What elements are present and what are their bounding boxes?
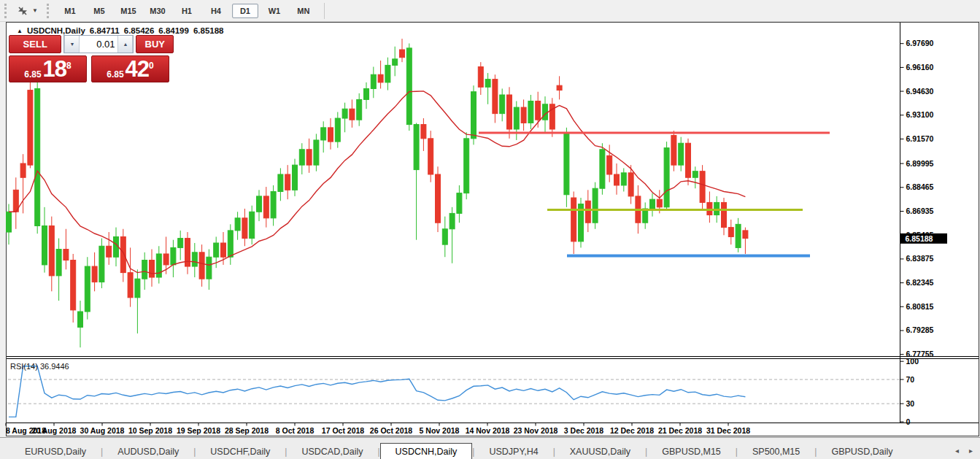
svg-text:6.96160: 6.96160 [906,63,934,72]
ohlc-high: 6.85426 [124,26,155,35]
chart-title: ▲ USDCNH,Daily 6.84711 6.85426 6.84199 6… [17,26,223,35]
bid-quote-box[interactable]: 6.85 18 8 [9,55,87,82]
svg-text:3 Dec 2018: 3 Dec 2018 [564,426,603,435]
svg-text:28 Sep 2018: 28 Sep 2018 [225,426,269,435]
rsi-indicator-label: RSI(14) 36.9446 [10,362,69,371]
svg-text:6.79285: 6.79285 [906,325,934,334]
svg-text:5 Nov 2018: 5 Nov 2018 [420,426,460,435]
ohlc-open: 6.84711 [90,26,120,35]
lot-increase-button[interactable]: ▲ [117,36,133,53]
svg-text:19 Sep 2018: 19 Sep 2018 [177,426,220,435]
ask-price-prefix: 6.85 [107,69,123,80]
svg-text:6.83875: 6.83875 [906,254,934,263]
lot-size-input[interactable] [80,36,117,53]
svg-text:6.80815: 6.80815 [906,302,934,311]
svg-text:14 Nov 2018: 14 Nov 2018 [466,426,510,435]
bid-price-sup: 8 [66,62,72,69]
svg-text:30: 30 [906,399,915,408]
svg-text:21 Dec 2018: 21 Dec 2018 [658,426,702,435]
ohlc-low: 6.84199 [158,26,189,35]
svg-text:0: 0 [906,417,911,426]
svg-text:100: 100 [906,357,919,366]
svg-text:10 Sep 2018: 10 Sep 2018 [128,426,172,435]
svg-text:6.88465: 6.88465 [906,182,934,191]
ask-quote-box[interactable]: 6.85 42 0 [91,55,169,82]
svg-text:31 Dec 2018: 31 Dec 2018 [706,426,750,435]
svg-text:20 Aug 2018: 20 Aug 2018 [32,426,77,435]
svg-text:6.94630: 6.94630 [906,87,934,96]
svg-text:17 Oct 2018: 17 Oct 2018 [322,426,365,435]
buy-button[interactable]: BUY [136,35,174,53]
ask-price-sup: 0 [149,62,154,69]
svg-text:70: 70 [906,375,915,384]
svg-text:12 Dec 2018: 12 Dec 2018 [610,426,654,435]
sell-button[interactable]: SELL [9,35,61,53]
svg-text:6.85188: 6.85188 [906,234,933,243]
svg-text:23 Nov 2018: 23 Nov 2018 [514,426,558,435]
lot-stepper: ▼ ▲ [63,35,134,53]
svg-text:26 Oct 2018: 26 Oct 2018 [370,426,413,435]
ask-price-big: 42 [126,59,149,80]
one-click-trade-panel: SELL ▼ ▲ BUY 6.85 18 8 6.85 42 0 [9,35,174,82]
ohlc-close: 6.85188 [193,26,224,35]
svg-text:8 Oct 2018: 8 Oct 2018 [276,426,315,435]
lot-decrease-button[interactable]: ▼ [64,36,80,53]
svg-text:6.93100: 6.93100 [906,110,934,119]
svg-text:6.97690: 6.97690 [906,39,934,47]
symbol-period-label: USDCNH,Daily [27,26,85,35]
svg-text:6.89995: 6.89995 [906,159,934,168]
trade-panel-toggle-icon[interactable]: ▲ [17,28,23,34]
svg-text:6.86935: 6.86935 [906,207,934,215]
bid-price-big: 18 [43,59,66,80]
bid-price-prefix: 6.85 [24,69,41,80]
svg-text:30 Aug 2018: 30 Aug 2018 [80,426,125,435]
svg-text:6.82345: 6.82345 [906,278,934,287]
svg-text:6.91570: 6.91570 [906,134,934,143]
